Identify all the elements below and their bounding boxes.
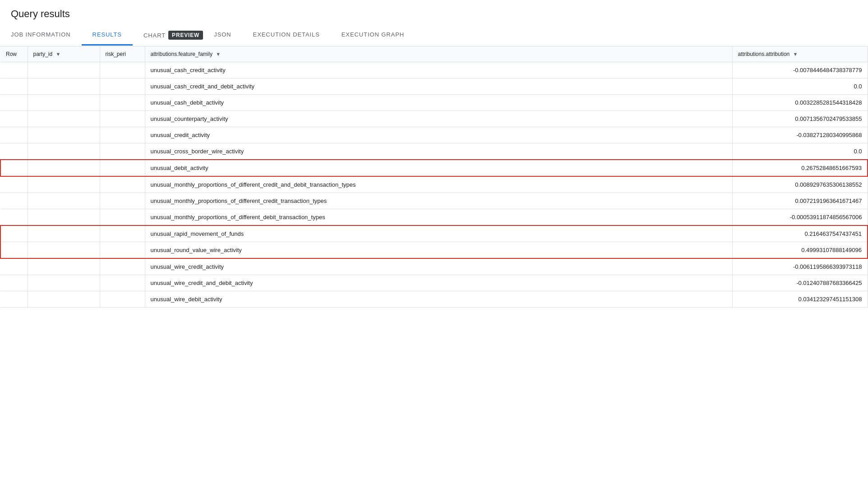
- cell-party-id: [28, 143, 100, 160]
- cell-row-num: [0, 160, 28, 176]
- cell-row-num: [0, 111, 28, 127]
- col-header-feature-family: attributions.feature_family ▼: [145, 46, 732, 62]
- cell-attribution: 0.0071356702479533855: [732, 111, 868, 127]
- cell-row-num: [0, 143, 28, 160]
- table-header-row: Row party_id ▼ risk_peri attributions.fe…: [0, 46, 868, 62]
- cell-row-num: [0, 176, 28, 193]
- cell-party-id: [28, 225, 100, 242]
- cell-party-id: [28, 291, 100, 308]
- cell-party-id: [28, 95, 100, 111]
- table-row: unusual_debit_activity0.2675284865166759…: [0, 160, 868, 176]
- cell-party-id: [28, 176, 100, 193]
- cell-party-id: [28, 78, 100, 95]
- table-row: unusual_monthly_proportions_of_different…: [0, 209, 868, 226]
- cell-risk-peri: [100, 176, 145, 193]
- table-row: unusual_wire_credit_and_debit_activity-0…: [0, 275, 868, 291]
- cell-feature-family: unusual_round_value_wire_activity: [145, 242, 732, 259]
- cell-row-num: [0, 275, 28, 291]
- table-body: unusual_cash_credit_activity-0.007844648…: [0, 62, 868, 308]
- table-row: unusual_monthly_proportions_of_different…: [0, 176, 868, 193]
- resize-handle-row[interactable]: [25, 46, 28, 62]
- table-row: unusual_monthly_proportions_of_different…: [0, 193, 868, 209]
- cell-row-num: [0, 291, 28, 308]
- cell-row-num: [0, 62, 28, 78]
- cell-row-num: [0, 258, 28, 275]
- cell-row-num: [0, 209, 28, 226]
- cell-feature-family: unusual_debit_activity: [145, 160, 732, 176]
- cell-party-id: [28, 209, 100, 226]
- cell-feature-family: unusual_monthly_proportions_of_different…: [145, 209, 732, 226]
- page-title: Query results: [0, 0, 868, 24]
- cell-row-num: [0, 78, 28, 95]
- cell-attribution: 0.26752848651667593: [732, 160, 868, 176]
- cell-feature-family: unusual_cross_border_wire_activity: [145, 143, 732, 160]
- tab-results[interactable]: RESULTS: [82, 25, 133, 46]
- col-header-row: Row: [0, 46, 28, 62]
- tabs-bar: JOB INFORMATION RESULTS CHART PREVIEW JS…: [0, 24, 868, 46]
- cell-feature-family: unusual_monthly_proportions_of_different…: [145, 193, 732, 209]
- cell-risk-peri: [100, 275, 145, 291]
- tab-execution-details[interactable]: EXECUTION DETAILS: [242, 25, 331, 46]
- cell-risk-peri: [100, 225, 145, 242]
- cell-risk-peri: [100, 62, 145, 78]
- cell-attribution: 0.2164637547437451: [732, 225, 868, 242]
- cell-risk-peri: [100, 143, 145, 160]
- cell-attribution: 0.49993107888149096: [732, 242, 868, 259]
- cell-risk-peri: [100, 160, 145, 176]
- cell-attribution: 0.0032285281544318428: [732, 95, 868, 111]
- cell-attribution: -0.038271280340995868: [732, 127, 868, 143]
- sort-icon-party-id[interactable]: ▼: [56, 51, 61, 57]
- resize-handle-party[interactable]: [97, 46, 100, 62]
- cell-feature-family: unusual_wire_debit_activity: [145, 291, 732, 308]
- cell-feature-family: unusual_credit_activity: [145, 127, 732, 143]
- table-row: unusual_cash_debit_activity0.00322852815…: [0, 95, 868, 111]
- cell-attribution: 0.034123297451151308: [732, 291, 868, 308]
- col-header-party-id: party_id ▼: [28, 46, 100, 62]
- cell-risk-peri: [100, 209, 145, 226]
- cell-attribution: 0.0089297635306138552: [732, 176, 868, 193]
- cell-attribution: -0.0078446484738378779: [732, 62, 868, 78]
- tab-chart-preview[interactable]: CHART PREVIEW: [133, 24, 203, 46]
- resize-handle-risk[interactable]: [142, 46, 145, 62]
- cell-risk-peri: [100, 258, 145, 275]
- col-header-attribution: attributions.attribution ▼: [732, 46, 868, 62]
- col-header-risk-peri: risk_peri: [100, 46, 145, 62]
- cell-risk-peri: [100, 193, 145, 209]
- table-row: unusual_wire_debit_activity0.03412329745…: [0, 291, 868, 308]
- resize-handle-feature[interactable]: [729, 46, 732, 62]
- results-table: Row party_id ▼ risk_peri attributions.fe…: [0, 46, 868, 308]
- table-row: unusual_round_value_wire_activity0.49993…: [0, 242, 868, 259]
- cell-feature-family: unusual_cash_credit_activity: [145, 62, 732, 78]
- cell-party-id: [28, 127, 100, 143]
- chart-label: CHART: [143, 32, 166, 39]
- tab-execution-graph[interactable]: EXECUTION GRAPH: [331, 25, 415, 46]
- tab-job-information[interactable]: JOB INFORMATION: [0, 25, 82, 46]
- cell-feature-family: unusual_counterparty_activity: [145, 111, 732, 127]
- cell-attribution: 0.0: [732, 143, 868, 160]
- cell-risk-peri: [100, 78, 145, 95]
- cell-feature-family: unusual_cash_debit_activity: [145, 95, 732, 111]
- cell-risk-peri: [100, 127, 145, 143]
- table-row: unusual_cross_border_wire_activity0.0: [0, 143, 868, 160]
- tab-json[interactable]: JSON: [203, 25, 242, 46]
- cell-risk-peri: [100, 111, 145, 127]
- cell-attribution: 0.0: [732, 78, 868, 95]
- table-row: unusual_rapid_movement_of_funds0.2164637…: [0, 225, 868, 242]
- sort-icon-attribution[interactable]: ▼: [793, 51, 798, 57]
- cell-risk-peri: [100, 242, 145, 259]
- table-row: unusual_credit_activity-0.03827128034099…: [0, 127, 868, 143]
- cell-party-id: [28, 62, 100, 78]
- cell-party-id: [28, 242, 100, 259]
- table-container: Row party_id ▼ risk_peri attributions.fe…: [0, 46, 868, 308]
- table-row: unusual_cash_credit_activity-0.007844648…: [0, 62, 868, 78]
- cell-attribution: -0.00053911874856567006: [732, 209, 868, 226]
- cell-row-num: [0, 95, 28, 111]
- table-row: unusual_cash_credit_and_debit_activity0.…: [0, 78, 868, 95]
- sort-icon-feature-family[interactable]: ▼: [216, 51, 221, 57]
- cell-feature-family: unusual_wire_credit_and_debit_activity: [145, 275, 732, 291]
- cell-attribution: 0.0072191963641671467: [732, 193, 868, 209]
- cell-feature-family: unusual_cash_credit_and_debit_activity: [145, 78, 732, 95]
- resize-handle-attribution[interactable]: [865, 46, 868, 62]
- cell-party-id: [28, 111, 100, 127]
- cell-feature-family: unusual_wire_credit_activity: [145, 258, 732, 275]
